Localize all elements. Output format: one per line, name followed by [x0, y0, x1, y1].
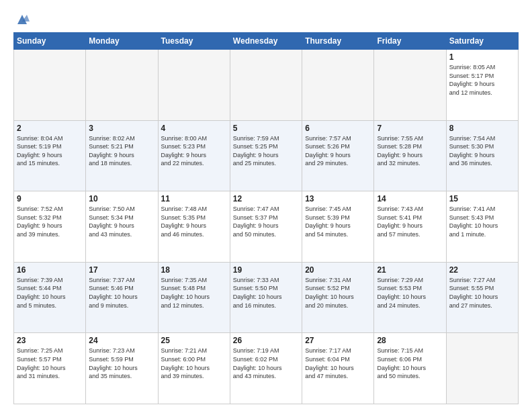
day-info: Sunrise: 8:00 AM Sunset: 5:23 PM Dayligh… — [161, 134, 227, 168]
day-info: Sunrise: 7:55 AM Sunset: 5:28 PM Dayligh… — [377, 134, 443, 168]
calendar-cell: 19Sunrise: 7:33 AM Sunset: 5:50 PM Dayli… — [230, 262, 302, 333]
calendar-cell — [230, 50, 302, 121]
calendar-cell: 18Sunrise: 7:35 AM Sunset: 5:48 PM Dayli… — [158, 262, 230, 333]
day-number: 25 — [161, 336, 227, 345]
day-info: Sunrise: 7:48 AM Sunset: 5:35 PM Dayligh… — [161, 205, 227, 238]
day-info: Sunrise: 7:37 AM Sunset: 5:46 PM Dayligh… — [89, 276, 154, 310]
day-info: Sunrise: 7:25 AM Sunset: 5:57 PM Dayligh… — [17, 347, 83, 380]
calendar-cell: 24Sunrise: 7:23 AM Sunset: 5:59 PM Dayli… — [86, 333, 158, 404]
day-header-saturday: Saturday — [446, 33, 518, 50]
day-info: Sunrise: 7:19 AM Sunset: 6:02 PM Dayligh… — [233, 347, 299, 380]
day-info: Sunrise: 7:17 AM Sunset: 6:04 PM Dayligh… — [305, 347, 371, 380]
day-info: Sunrise: 8:05 AM Sunset: 5:17 PM Dayligh… — [449, 63, 515, 97]
day-number: 8 — [449, 124, 515, 133]
day-number: 7 — [377, 124, 443, 133]
calendar-page: SundayMondayTuesdayWednesdayThursdayFrid… — [0, 0, 532, 411]
day-header-friday: Friday — [374, 33, 446, 50]
day-info: Sunrise: 7:52 AM Sunset: 5:32 PM Dayligh… — [17, 205, 83, 238]
day-number: 15 — [449, 194, 515, 203]
calendar-cell: 13Sunrise: 7:45 AM Sunset: 5:39 PM Dayli… — [302, 191, 374, 263]
day-number: 2 — [17, 124, 83, 133]
day-info: Sunrise: 7:59 AM Sunset: 5:25 PM Dayligh… — [233, 134, 299, 168]
day-number: 17 — [89, 265, 154, 275]
calendar-cell: 11Sunrise: 7:48 AM Sunset: 5:35 PM Dayli… — [158, 191, 230, 263]
calendar-cell: 23Sunrise: 7:25 AM Sunset: 5:57 PM Dayli… — [14, 333, 86, 404]
week-row-3: 9Sunrise: 7:52 AM Sunset: 5:32 PM Daylig… — [14, 191, 519, 263]
days-header-row: SundayMondayTuesdayWednesdayThursdayFrid… — [14, 33, 519, 50]
calendar-cell — [14, 50, 86, 121]
day-number: 1 — [449, 52, 515, 62]
day-number: 3 — [89, 124, 154, 133]
day-number: 10 — [89, 194, 154, 203]
day-info: Sunrise: 7:43 AM Sunset: 5:41 PM Dayligh… — [377, 205, 443, 238]
calendar-cell: 25Sunrise: 7:21 AM Sunset: 6:00 PM Dayli… — [158, 333, 230, 404]
day-header-monday: Monday — [86, 33, 158, 50]
logo — [13, 12, 30, 27]
week-row-5: 23Sunrise: 7:25 AM Sunset: 5:57 PM Dayli… — [14, 333, 519, 404]
week-row-4: 16Sunrise: 7:39 AM Sunset: 5:44 PM Dayli… — [14, 262, 519, 333]
day-header-thursday: Thursday — [302, 33, 374, 50]
day-number: 4 — [161, 124, 227, 133]
week-row-2: 2Sunrise: 8:04 AM Sunset: 5:19 PM Daylig… — [14, 120, 519, 191]
day-info: Sunrise: 7:47 AM Sunset: 5:37 PM Dayligh… — [233, 205, 299, 238]
day-number: 27 — [305, 336, 371, 345]
day-number: 5 — [233, 124, 299, 133]
day-number: 21 — [377, 265, 443, 275]
day-number: 16 — [17, 265, 83, 275]
calendar-cell: 2Sunrise: 8:04 AM Sunset: 5:19 PM Daylig… — [14, 120, 86, 191]
calendar-cell — [446, 333, 518, 404]
day-info: Sunrise: 7:57 AM Sunset: 5:26 PM Dayligh… — [305, 134, 371, 168]
day-header-tuesday: Tuesday — [158, 33, 230, 50]
day-number: 28 — [377, 336, 443, 345]
calendar-cell: 21Sunrise: 7:29 AM Sunset: 5:53 PM Dayli… — [374, 262, 446, 333]
calendar-cell: 22Sunrise: 7:27 AM Sunset: 5:55 PM Dayli… — [446, 262, 518, 333]
calendar-cell: 10Sunrise: 7:50 AM Sunset: 5:34 PM Dayli… — [86, 191, 158, 263]
day-info: Sunrise: 7:21 AM Sunset: 6:00 PM Dayligh… — [161, 347, 227, 380]
header — [13, 12, 519, 27]
calendar-cell — [158, 50, 230, 121]
logo-icon — [15, 12, 30, 27]
day-number: 20 — [305, 265, 371, 275]
calendar-cell — [374, 50, 446, 121]
day-info: Sunrise: 7:50 AM Sunset: 5:34 PM Dayligh… — [89, 205, 154, 238]
calendar-cell: 12Sunrise: 7:47 AM Sunset: 5:37 PM Dayli… — [230, 191, 302, 263]
day-number: 22 — [449, 265, 515, 275]
day-number: 18 — [161, 265, 227, 275]
day-number: 11 — [161, 194, 227, 203]
calendar-cell: 20Sunrise: 7:31 AM Sunset: 5:52 PM Dayli… — [302, 262, 374, 333]
day-info: Sunrise: 7:54 AM Sunset: 5:30 PM Dayligh… — [449, 134, 515, 168]
calendar-cell: 14Sunrise: 7:43 AM Sunset: 5:41 PM Dayli… — [374, 191, 446, 263]
calendar-cell: 16Sunrise: 7:39 AM Sunset: 5:44 PM Dayli… — [14, 262, 86, 333]
day-number: 24 — [89, 336, 154, 345]
day-info: Sunrise: 7:15 AM Sunset: 6:06 PM Dayligh… — [377, 347, 443, 380]
day-number: 23 — [17, 336, 83, 345]
calendar-cell: 15Sunrise: 7:41 AM Sunset: 5:43 PM Dayli… — [446, 191, 518, 263]
calendar-cell: 26Sunrise: 7:19 AM Sunset: 6:02 PM Dayli… — [230, 333, 302, 404]
day-info: Sunrise: 7:35 AM Sunset: 5:48 PM Dayligh… — [161, 276, 227, 310]
day-info: Sunrise: 7:31 AM Sunset: 5:52 PM Dayligh… — [305, 276, 371, 310]
calendar-cell: 3Sunrise: 8:02 AM Sunset: 5:21 PM Daylig… — [86, 120, 158, 191]
day-info: Sunrise: 7:39 AM Sunset: 5:44 PM Dayligh… — [17, 276, 83, 310]
day-info: Sunrise: 7:45 AM Sunset: 5:39 PM Dayligh… — [305, 205, 371, 238]
calendar-cell — [302, 50, 374, 121]
calendar-cell: 6Sunrise: 7:57 AM Sunset: 5:26 PM Daylig… — [302, 120, 374, 191]
calendar-cell: 9Sunrise: 7:52 AM Sunset: 5:32 PM Daylig… — [14, 191, 86, 263]
calendar-cell: 1Sunrise: 8:05 AM Sunset: 5:17 PM Daylig… — [446, 50, 518, 121]
day-number: 6 — [305, 124, 371, 133]
calendar-table: SundayMondayTuesdayWednesdayThursdayFrid… — [13, 32, 519, 404]
day-number: 19 — [233, 265, 299, 275]
calendar-cell: 27Sunrise: 7:17 AM Sunset: 6:04 PM Dayli… — [302, 333, 374, 404]
calendar-cell: 5Sunrise: 7:59 AM Sunset: 5:25 PM Daylig… — [230, 120, 302, 191]
calendar-cell: 7Sunrise: 7:55 AM Sunset: 5:28 PM Daylig… — [374, 120, 446, 191]
day-number: 12 — [233, 194, 299, 203]
day-info: Sunrise: 7:23 AM Sunset: 5:59 PM Dayligh… — [89, 347, 154, 380]
day-info: Sunrise: 7:33 AM Sunset: 5:50 PM Dayligh… — [233, 276, 299, 310]
day-info: Sunrise: 7:41 AM Sunset: 5:43 PM Dayligh… — [449, 205, 515, 238]
day-header-wednesday: Wednesday — [230, 33, 302, 50]
week-row-1: 1Sunrise: 8:05 AM Sunset: 5:17 PM Daylig… — [14, 50, 519, 121]
calendar-cell: 28Sunrise: 7:15 AM Sunset: 6:06 PM Dayli… — [374, 333, 446, 404]
day-info: Sunrise: 7:27 AM Sunset: 5:55 PM Dayligh… — [449, 276, 515, 310]
day-header-sunday: Sunday — [14, 33, 86, 50]
day-number: 26 — [233, 336, 299, 345]
day-number: 13 — [305, 194, 371, 203]
